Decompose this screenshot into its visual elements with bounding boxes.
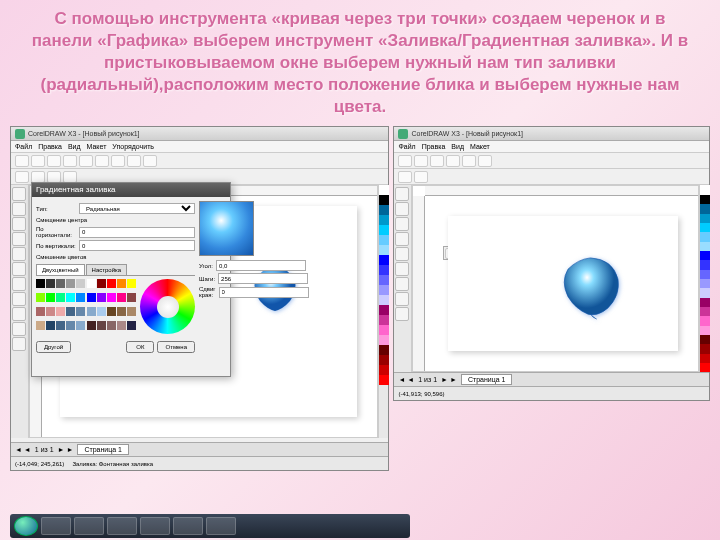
palette-color[interactable] <box>379 255 389 265</box>
color-palette[interactable] <box>699 185 709 372</box>
zoom-tool[interactable] <box>12 232 26 246</box>
prop-btn[interactable] <box>47 171 61 183</box>
palette-color[interactable] <box>379 275 389 285</box>
taskbar-item[interactable] <box>140 517 170 535</box>
ellipse-tool[interactable] <box>395 277 409 291</box>
palette-color[interactable] <box>379 215 389 225</box>
start-button[interactable] <box>14 516 38 536</box>
cut-button[interactable] <box>79 155 93 167</box>
prop-btn[interactable] <box>398 171 412 183</box>
color-palette[interactable] <box>378 185 388 438</box>
freehand-tool[interactable] <box>12 247 26 261</box>
swatch[interactable] <box>46 321 55 330</box>
drawing-canvas[interactable]: Кривая через 3 точки <box>412 185 699 372</box>
swatch[interactable] <box>36 307 45 316</box>
print-button[interactable] <box>63 155 77 167</box>
swatch[interactable] <box>36 293 45 302</box>
rectangle-tool[interactable] <box>12 262 26 276</box>
page-nav-arrows[interactable]: ► ► <box>58 446 74 453</box>
palette-color[interactable] <box>700 223 710 232</box>
paste-button[interactable] <box>111 155 125 167</box>
tab-twocolor[interactable]: Двухцветный <box>36 264 85 275</box>
menu-edit[interactable]: Правка <box>38 143 62 150</box>
menu-file[interactable]: Файл <box>398 143 415 150</box>
swatch[interactable] <box>97 293 106 302</box>
page-nav-arrows[interactable]: ◄ ◄ <box>398 376 414 383</box>
palette-color[interactable] <box>379 285 389 295</box>
palette-color[interactable] <box>700 242 710 251</box>
palette-color[interactable] <box>700 195 710 204</box>
menu-view[interactable]: Вид <box>68 143 81 150</box>
swatch[interactable] <box>127 279 136 288</box>
menu-view[interactable]: Вид <box>451 143 464 150</box>
angle-input[interactable] <box>216 260 306 271</box>
page-tab[interactable]: Страница 1 <box>461 374 513 385</box>
palette-color[interactable] <box>700 344 710 353</box>
palette-color[interactable] <box>379 295 389 305</box>
swatch[interactable] <box>76 293 85 302</box>
steps-input[interactable] <box>218 273 308 284</box>
menu-file[interactable]: Файл <box>15 143 32 150</box>
copy-button[interactable] <box>478 155 492 167</box>
swatch[interactable] <box>117 307 126 316</box>
palette-color[interactable] <box>700 232 710 241</box>
palette-color[interactable] <box>700 260 710 269</box>
swatch[interactable] <box>46 293 55 302</box>
new-button[interactable] <box>15 155 29 167</box>
palette-color[interactable] <box>379 225 389 235</box>
swatch[interactable] <box>76 279 85 288</box>
swatch[interactable] <box>56 307 65 316</box>
palette-color[interactable] <box>379 265 389 275</box>
swatch[interactable] <box>117 293 126 302</box>
print-button[interactable] <box>446 155 460 167</box>
swatch[interactable] <box>46 307 55 316</box>
swatch[interactable] <box>107 307 116 316</box>
palette-color[interactable] <box>700 326 710 335</box>
swatch[interactable] <box>127 307 136 316</box>
swatch[interactable] <box>87 307 96 316</box>
swatch[interactable] <box>97 279 106 288</box>
ellipse-tool[interactable] <box>12 277 26 291</box>
menu-arrange[interactable]: Упорядочить <box>112 143 154 150</box>
crop-tool[interactable] <box>395 217 409 231</box>
palette-color[interactable] <box>379 245 389 255</box>
save-button[interactable] <box>47 155 61 167</box>
palette-color[interactable] <box>379 195 389 205</box>
palette-color[interactable] <box>379 305 389 315</box>
cut-button[interactable] <box>462 155 476 167</box>
page-area[interactable] <box>448 216 678 351</box>
color-wheel[interactable] <box>140 279 195 334</box>
palette-color[interactable] <box>379 375 389 385</box>
swatch[interactable] <box>66 321 75 330</box>
swatch[interactable] <box>97 307 106 316</box>
page-nav-arrows[interactable]: ◄ ◄ <box>15 446 31 453</box>
redo-button[interactable] <box>143 155 157 167</box>
taskbar-item[interactable] <box>41 517 71 535</box>
palette-color[interactable] <box>379 185 389 195</box>
swatch[interactable] <box>127 293 136 302</box>
palette-color[interactable] <box>700 204 710 213</box>
new-button[interactable] <box>398 155 412 167</box>
other-button[interactable]: Другой <box>36 341 71 353</box>
y-input[interactable] <box>79 240 195 251</box>
prop-btn[interactable] <box>63 171 77 183</box>
swatch[interactable] <box>76 321 85 330</box>
shape-tool[interactable] <box>395 202 409 216</box>
menu-layout[interactable]: Макет <box>470 143 490 150</box>
prop-btn[interactable] <box>414 171 428 183</box>
palette-color[interactable] <box>700 298 710 307</box>
pick-tool[interactable] <box>12 187 26 201</box>
taskbar-item[interactable] <box>206 517 236 535</box>
palette-color[interactable] <box>700 214 710 223</box>
swatch[interactable] <box>56 293 65 302</box>
fill-tool[interactable] <box>12 322 26 336</box>
copy-button[interactable] <box>95 155 109 167</box>
swatch[interactable] <box>117 279 126 288</box>
undo-button[interactable] <box>127 155 141 167</box>
palette-color[interactable] <box>700 354 710 363</box>
swatch[interactable] <box>66 307 75 316</box>
swatch[interactable] <box>87 321 96 330</box>
fill-tool[interactable] <box>395 307 409 321</box>
palette-color[interactable] <box>379 315 389 325</box>
swatch[interactable] <box>107 279 116 288</box>
